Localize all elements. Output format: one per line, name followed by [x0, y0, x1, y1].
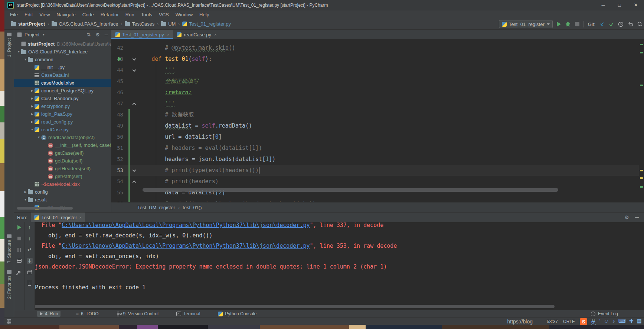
- breadcrumb-item[interactable]: Test_01_register.py: [182, 21, 231, 27]
- tree-item[interactable]: mgetPath(self): [14, 172, 111, 180]
- tree-item[interactable]: ▼common: [14, 56, 111, 63]
- menu-run[interactable]: Run: [122, 12, 138, 17]
- tree-item[interactable]: ▶read_config.py: [14, 118, 111, 126]
- fold-marker-icon[interactable]: [133, 168, 136, 172]
- menu-refactor[interactable]: Refactor: [97, 12, 122, 17]
- ime-icon-1[interactable]: ’: [599, 318, 600, 325]
- tree-item[interactable]: ▼result: [14, 196, 111, 204]
- maximize-button[interactable]: □: [611, 0, 628, 10]
- stop-button[interactable]: [16, 236, 22, 241]
- toolwindow-button-9-version-control[interactable]: 9: Version Control: [114, 311, 161, 317]
- chevron-right-icon[interactable]: ▶: [30, 97, 35, 100]
- tree-item[interactable]: ▼readCase.py: [14, 126, 111, 134]
- code-line[interactable]: 48 # 数据获取: [111, 109, 639, 120]
- tree-item[interactable]: mgetCase(self): [14, 149, 111, 157]
- tree-item[interactable]: mgetHeaders(self): [14, 165, 111, 172]
- sidebar-item-project[interactable]: 1: Project: [4, 33, 14, 57]
- tab-readcase-py[interactable]: readCase.py×: [173, 30, 220, 39]
- code-line[interactable]: 43 def test_01(self):: [111, 53, 639, 65]
- ime-icon-3[interactable]: ♪: [612, 318, 615, 325]
- breadcrumb-class[interactable]: Test_UM_register: [137, 205, 175, 210]
- ime-icon-4[interactable]: ⌨: [618, 318, 626, 325]
- fold-marker-icon[interactable]: [133, 181, 136, 184]
- chevron-down-icon[interactable]: ▼: [23, 198, 28, 201]
- stop-button[interactable]: [575, 22, 579, 26]
- git-commit-icon[interactable]: [609, 22, 614, 27]
- breadcrumb-item[interactable]: UM: [161, 21, 176, 27]
- breadcrumb-item[interactable]: OAS.Cloud.PAAS_Interface: [52, 21, 118, 27]
- close-icon[interactable]: ×: [167, 32, 169, 37]
- history-icon[interactable]: [618, 22, 624, 27]
- down-stack-trace-icon[interactable]: ↓: [27, 236, 33, 241]
- code-line[interactable]: 45 全部正确填写: [111, 76, 639, 87]
- close-icon[interactable]: ×: [79, 215, 82, 220]
- close-icon[interactable]: ×: [214, 32, 216, 37]
- code-line[interactable]: 51 # headers = eval(dataList[1]): [111, 142, 639, 154]
- toolwindow-button-python-console[interactable]: Python Console: [215, 311, 259, 317]
- stacktrace-link[interactable]: C:\Users\lenovo\AppData\Local\Programs\P…: [62, 243, 310, 249]
- gear-icon[interactable]: ⚙: [625, 214, 630, 220]
- chevron-down-icon[interactable]: ▼: [16, 50, 21, 53]
- run-button[interactable]: [557, 22, 561, 27]
- code-line[interactable]: 52 headers = json.loads(dataList[1]): [111, 154, 639, 165]
- chevron-right-icon[interactable]: ▶: [30, 112, 35, 116]
- menu-vcs[interactable]: VCS: [156, 12, 172, 17]
- code-line[interactable]: 46 :return:: [111, 87, 639, 98]
- ime-icon-2[interactable]: ☺: [604, 318, 609, 325]
- tree-item[interactable]: m__init__(self, model, caseNum): [14, 141, 111, 149]
- rollback-icon[interactable]: [628, 22, 633, 27]
- pin-icon[interactable]: [16, 269, 22, 275]
- scroll-to-end-icon[interactable]: ↧: [27, 258, 33, 264]
- code-line[interactable]: 53 # print(type(eval(headers))): [111, 165, 639, 176]
- breadcrumb-item[interactable]: startProject: [11, 21, 45, 27]
- tree-item[interactable]: ~$caseModel.xlsx: [14, 180, 111, 188]
- tree-item[interactable]: __init__.py: [14, 63, 111, 71]
- menu-tools[interactable]: Tools: [138, 12, 156, 17]
- code-line[interactable]: 42 # @pytest.mark.skip(): [111, 42, 639, 53]
- hide-panel-icon[interactable]: ─: [635, 214, 639, 220]
- console-horizontal-scrollbar[interactable]: [35, 305, 555, 308]
- ime-icon-0[interactable]: 英: [591, 318, 596, 325]
- up-stack-trace-icon[interactable]: ↑: [27, 224, 33, 230]
- code-line[interactable]: 50 url = dataList[0]: [111, 131, 639, 142]
- code-area[interactable]: 42 # @pytest.mark.skip()43 def test_01(s…: [111, 39, 639, 202]
- close-button[interactable]: ✕: [628, 0, 644, 10]
- chevron-right-icon[interactable]: ▶: [30, 105, 35, 108]
- minimize-button[interactable]: ─: [595, 0, 611, 10]
- rerun-button[interactable]: [16, 224, 22, 230]
- run-test-icon[interactable]: [118, 57, 122, 61]
- menu-window[interactable]: Window: [172, 12, 196, 17]
- fold-marker-icon[interactable]: [133, 68, 136, 72]
- code-line[interactable]: 44 ''': [111, 65, 639, 76]
- line-ending[interactable]: CRLF: [563, 319, 575, 324]
- soft-wrap-icon[interactable]: ↵: [27, 247, 33, 253]
- chevron-right-icon[interactable]: ▶: [30, 89, 35, 92]
- tree-item[interactable]: ▼OAS.Cloud.PAAS_Interface: [14, 48, 111, 56]
- sidebar-item-favorites[interactable]: 2: Favorites: [4, 270, 14, 299]
- ime-icon-6[interactable]: ▦: [637, 318, 642, 325]
- menu-file[interactable]: File: [7, 12, 21, 17]
- breadcrumb-item[interactable]: TestCases: [125, 21, 154, 27]
- event-log-button[interactable]: Event Log: [591, 311, 618, 316]
- tree-item[interactable]: mgetData(self): [14, 157, 111, 165]
- sidebar-item-structure[interactable]: 7: Structure: [4, 234, 14, 263]
- editor-horizontal-scrollbar[interactable]: [143, 188, 558, 192]
- restore-layout-icon[interactable]: [16, 258, 22, 264]
- menu-edit[interactable]: Edit: [21, 12, 36, 17]
- gear-icon[interactable]: ⚙: [95, 32, 100, 37]
- menu-code[interactable]: Code: [79, 12, 97, 17]
- toolwindow-button-terminal[interactable]: >_Terminal: [174, 311, 203, 317]
- code-line[interactable]: 47 ''': [111, 98, 639, 109]
- run-tab[interactable]: Test_01_register ×: [31, 213, 85, 222]
- stacktrace-link[interactable]: C:\Users\lenovo\AppData\Local\Programs\P…: [62, 222, 310, 228]
- tree-item[interactable]: ▶encryption.py: [14, 102, 111, 110]
- ime-icon-5[interactable]: ✚: [629, 318, 634, 325]
- tree-item[interactable]: ▶config: [14, 188, 111, 196]
- collapse-all-icon[interactable]: ⇅: [86, 32, 91, 37]
- tree-item[interactable]: ▶login_PaaS.py: [14, 110, 111, 118]
- menu-navigate[interactable]: Navigate: [53, 12, 79, 17]
- clear-console-icon[interactable]: [27, 280, 33, 286]
- run-configuration-select[interactable]: Test_01_register: [499, 20, 553, 28]
- tree-item[interactable]: ▶connect_PostgreSQL.py: [14, 87, 111, 95]
- tree-item[interactable]: CaseData.ini: [14, 71, 111, 79]
